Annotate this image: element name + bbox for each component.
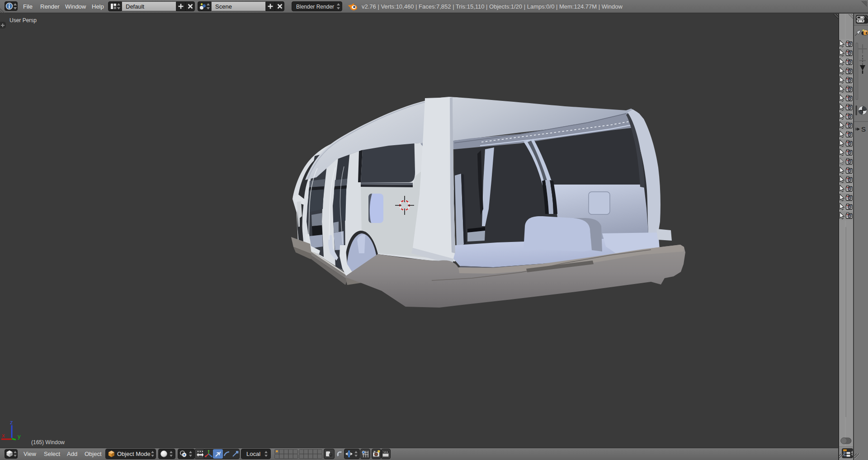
- svg-text:S: S: [861, 125, 866, 133]
